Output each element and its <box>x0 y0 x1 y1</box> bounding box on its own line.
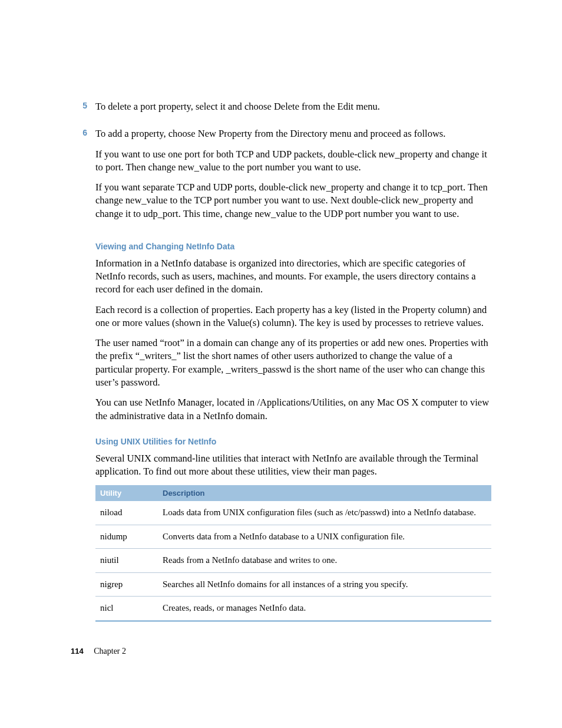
body-para: Several UNIX command-line utilities that… <box>95 452 491 479</box>
heading-unix-utilities: Using UNIX Utilities for NetInfo <box>95 437 491 446</box>
body-para: Information in a NetInfo database is org… <box>95 257 491 297</box>
page-content: 5 To delete a port property, select it a… <box>0 0 562 622</box>
step-para: To delete a port property, select it and… <box>95 100 491 113</box>
section-body: Several UNIX command-line utilities that… <box>95 452 491 479</box>
table-header-row: Utility Description <box>95 485 491 501</box>
heading-viewing-netinfo: Viewing and Changing NetInfo Data <box>95 242 491 251</box>
table-row: nicl Creates, reads, or manages NetInfo … <box>95 597 491 621</box>
utility-desc: Searches all NetInfo domains for all ins… <box>158 572 491 597</box>
step-number: 5 <box>71 100 95 120</box>
step-body: To add a property, choose New Property f… <box>95 127 491 228</box>
step-number: 6 <box>71 127 95 228</box>
utility-desc: Reads from a NetInfo database and writes… <box>158 549 491 573</box>
step-6: 6 To add a property, choose New Property… <box>71 127 491 228</box>
step-para: If you want to use one port for both TCP… <box>95 148 491 174</box>
utility-name: nicl <box>95 597 158 621</box>
utilities-table: Utility Description niload Loads data fr… <box>95 485 491 622</box>
table-row: nigrep Searches all NetInfo domains for … <box>95 572 491 597</box>
col-description: Description <box>158 485 491 501</box>
page-footer: 114 Chapter 2 <box>71 647 126 656</box>
step-para: To add a property, choose New Property f… <box>95 127 491 140</box>
body-para: Each record is a collection of propertie… <box>95 304 491 330</box>
utility-name: niload <box>95 501 158 525</box>
utility-desc: Loads data from UNIX configuration files… <box>158 501 491 525</box>
section-body: Information in a NetInfo database is org… <box>95 257 491 423</box>
utility-name: nidump <box>95 525 158 549</box>
table-row: nidump Converts data from a NetInfo data… <box>95 525 491 549</box>
utility-desc: Creates, reads, or manages NetInfo data. <box>158 597 491 621</box>
col-utility: Utility <box>95 485 158 501</box>
page-number: 114 <box>71 647 84 655</box>
table-row: niload Loads data from UNIX configuratio… <box>95 501 491 525</box>
chapter-label: Chapter 2 <box>94 647 126 655</box>
table-row: niutil Reads from a NetInfo database and… <box>95 549 491 573</box>
step-para: If you want separate TCP and UDP ports, … <box>95 181 491 220</box>
utility-desc: Converts data from a NetInfo database to… <box>158 525 491 549</box>
step-5: 5 To delete a port property, select it a… <box>71 100 491 120</box>
step-body: To delete a port property, select it and… <box>95 100 491 120</box>
body-para: The user named “root” in a domain can ch… <box>95 337 491 389</box>
utility-name: niutil <box>95 549 158 573</box>
body-para: You can use NetInfo Manager, located in … <box>95 396 491 423</box>
utility-name: nigrep <box>95 572 158 597</box>
